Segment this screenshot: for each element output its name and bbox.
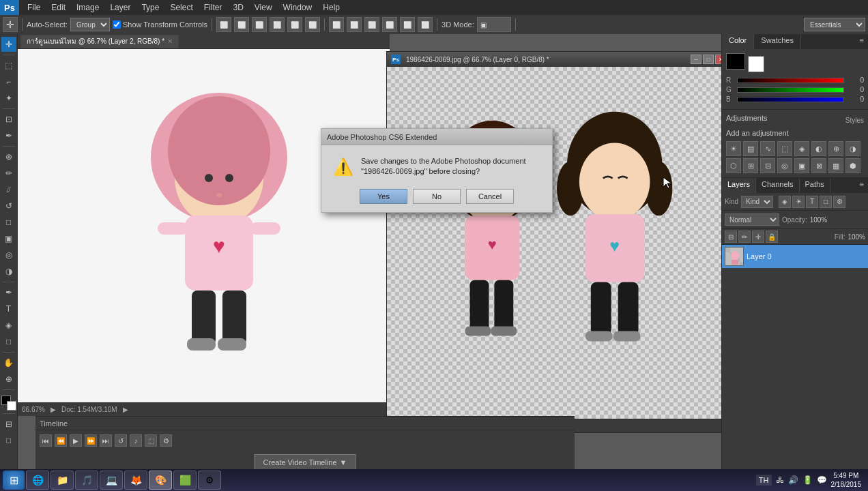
taskbar-firefox[interactable]: 🦊 <box>124 471 147 490</box>
network-icon: 🖧 <box>776 475 784 485</box>
dialog-message: ⚠️ Save changes to the Adobe Photoshop d… <box>332 156 541 178</box>
taskbar-app4[interactable]: 💻 <box>100 471 123 490</box>
dialog-titlebar: Adobe Photoshop CS6 Extended <box>321 129 552 145</box>
system-tray: TH 🖧 🔊 🔋 💬 5:49 PM 2/18/2015 <box>752 471 865 489</box>
dialog-title: Adobe Photoshop CS6 Extended <box>327 133 437 141</box>
warning-icon: ⚠️ <box>332 156 354 178</box>
dialog-cancel-btn[interactable]: Cancel <box>466 189 514 204</box>
taskbar-media[interactable]: 🎵 <box>75 471 98 490</box>
taskbar: ⊞ 🌐 📁 🎵 💻 🦊 🎨 🟩 ⚙ TH 🖧 🔊 🔋 💬 5:49 PM 2/1… <box>0 469 868 491</box>
taskbar-ie[interactable]: 🌐 <box>26 471 49 490</box>
dialog-buttons: Yes No Cancel <box>332 189 541 204</box>
battery-icon: 🔋 <box>802 475 813 485</box>
dialog-text: Save changes to the Adobe Photoshop docu… <box>361 156 526 177</box>
taskbar-clock: 5:49 PM 2/18/2015 <box>831 471 862 489</box>
save-dialog: Adobe Photoshop CS6 Extended ⚠️ Save cha… <box>321 128 553 213</box>
volume-icon: 🔊 <box>788 475 798 485</box>
taskbar-explorer[interactable]: 📁 <box>50 471 74 490</box>
taskbar-app7[interactable]: 🟩 <box>173 471 197 490</box>
dialog-no-btn[interactable]: No <box>413 189 461 204</box>
dialog-overlay: Adobe Photoshop CS6 Extended ⚠️ Save cha… <box>0 0 868 491</box>
dialog-yes-btn[interactable]: Yes <box>360 189 407 204</box>
taskbar-app8[interactable]: ⚙ <box>198 471 221 490</box>
dialog-body: ⚠️ Save changes to the Adobe Photoshop d… <box>321 145 552 212</box>
start-button[interactable]: ⊞ <box>3 471 25 490</box>
notification-icon: 💬 <box>817 475 827 485</box>
lang-indicator: TH <box>756 475 772 486</box>
taskbar-photoshop[interactable]: 🎨 <box>149 471 172 490</box>
